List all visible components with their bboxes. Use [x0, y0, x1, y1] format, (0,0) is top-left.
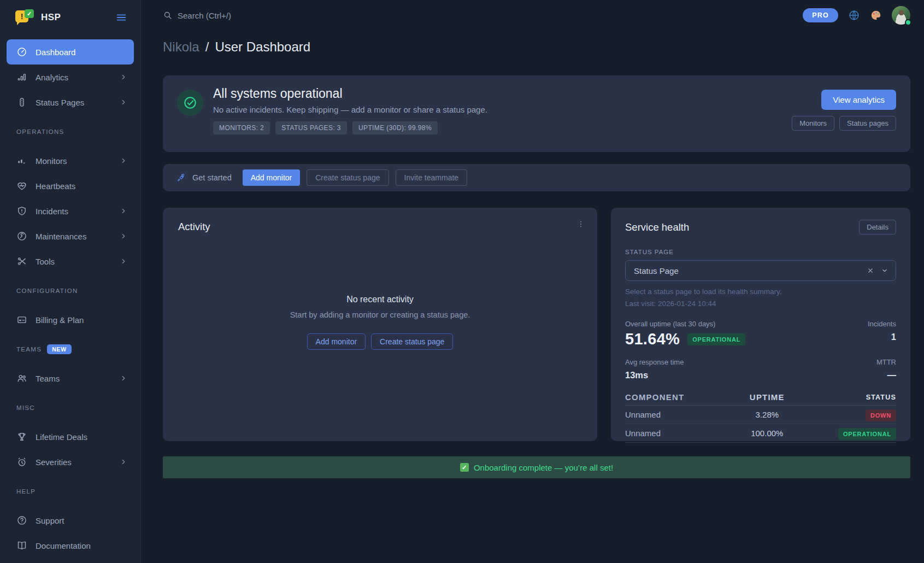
- empty-state-title: No recent activity: [346, 295, 414, 304]
- onboarding-banner-text: Onboarding complete — you’re all set!: [474, 463, 613, 472]
- sidebar-section-configuration: CONFIGURATION: [16, 285, 134, 296]
- avg-response-stat: Avg response time 13ms: [625, 358, 684, 380]
- onboarding-complete-banner: ✓ Onboarding complete — you’re all set!: [163, 456, 910, 478]
- sidebar-item-label: Billing & Plan: [36, 315, 127, 325]
- users-icon: [16, 373, 27, 384]
- sidebar-item-status-pages[interactable]: Status Pages: [7, 90, 134, 115]
- details-button[interactable]: Details: [859, 220, 896, 234]
- sidebar-item-label: Incidents: [36, 207, 111, 216]
- add-monitor-button[interactable]: Add monitor: [243, 169, 300, 186]
- book-icon: [16, 540, 27, 551]
- sidebar-item-label: Dashboard: [36, 48, 127, 57]
- get-started-bar: Get started Add monitor Create status pa…: [163, 164, 910, 191]
- column-header-uptime: UPTIME: [724, 392, 810, 402]
- column-header-component: COMPONENT: [625, 392, 724, 402]
- sidebar-item-label: Lifetime Deals: [36, 432, 127, 442]
- chevron-down-icon[interactable]: [881, 267, 888, 274]
- response-stats-row: Avg response time 13ms MTTR —: [625, 358, 896, 380]
- empty-state-subtitle: Start by adding a monitor or creating a …: [290, 310, 470, 319]
- overall-uptime-value: 51.64%: [625, 330, 680, 348]
- hero-secondary-actions: Monitors Status pages: [792, 116, 896, 131]
- invite-teammate-button[interactable]: Invite teammate: [396, 169, 468, 186]
- sidebar-section-operations: OPERATIONS: [16, 126, 134, 137]
- chevron-right-icon: [120, 374, 127, 382]
- sidebar-item-incidents[interactable]: Incidents: [7, 198, 134, 224]
- components-table: COMPONENT UPTIME STATUS Unnamed 3.28% DO…: [625, 389, 896, 443]
- page-title: User Dashboard: [215, 39, 310, 55]
- sidebar-item-documentation[interactable]: Documentation: [7, 533, 134, 558]
- hamburger-menu-icon[interactable]: [115, 11, 127, 24]
- sidebar-nav: Dashboard Analytics Status Pages OPERATI…: [0, 35, 140, 563]
- status-page-select-label: STATUS PAGE: [625, 249, 896, 255]
- service-health-header: Service health Details: [625, 220, 896, 234]
- table-row: Unnamed 3.28% DOWN: [625, 406, 896, 424]
- sidebar-item-teams[interactable]: Teams: [7, 366, 134, 391]
- search-input[interactable]: Search (Ctrl+/): [163, 10, 231, 20]
- check-icon: ✓: [460, 463, 469, 472]
- sidebar-item-label: Documentation: [36, 541, 127, 550]
- monitors-button[interactable]: Monitors: [792, 116, 834, 131]
- component-uptime: 100.00%: [724, 429, 810, 438]
- chevron-right-icon: [120, 232, 127, 240]
- traffic-light-icon: [16, 97, 27, 108]
- breadcrumb-separator: /: [205, 39, 209, 55]
- search-icon: [163, 10, 173, 20]
- globe-language-icon[interactable]: [848, 9, 860, 21]
- sidebar-header: ! ✓ HSP: [0, 0, 140, 35]
- chevron-right-icon: [120, 257, 127, 265]
- avg-response-label: Avg response time: [625, 358, 684, 366]
- clear-x-icon[interactable]: [867, 267, 874, 274]
- sidebar-item-support[interactable]: Support: [7, 508, 134, 533]
- wrench-circle-icon: [16, 231, 27, 242]
- sidebar-item-label: Status Pages: [36, 98, 111, 107]
- operational-status-badge: OPERATIONAL: [838, 428, 896, 440]
- pro-plan-badge[interactable]: PRO: [803, 8, 838, 22]
- sidebar-item-label: Maintenances: [36, 232, 111, 241]
- column-header-status: STATUS: [810, 394, 896, 401]
- sidebar-item-billing-plan[interactable]: Billing & Plan: [7, 307, 134, 332]
- get-started-label: Get started: [192, 173, 232, 182]
- sidebar-item-tools[interactable]: Tools: [7, 249, 134, 274]
- service-health-card: Service health Details STATUS PAGE Statu…: [611, 208, 910, 441]
- chevron-right-icon: [120, 157, 127, 165]
- hsp-logo[interactable]: ! ✓: [15, 9, 34, 26]
- sidebar-item-label: Heartbeats: [36, 181, 127, 191]
- add-monitor-button[interactable]: Add monitor: [307, 333, 366, 350]
- system-status-hero-card: All systems operational No active incide…: [163, 75, 910, 152]
- cards-grid: Activity No recent activity Start by add…: [163, 208, 910, 441]
- create-status-page-button[interactable]: Create status page: [307, 169, 389, 186]
- user-avatar[interactable]: [892, 6, 910, 25]
- incidents-label: Incidents: [868, 320, 896, 328]
- scissors-tools-icon: [16, 256, 27, 267]
- monitors-count-badge: MONITORS: 2: [213, 121, 270, 134]
- sidebar-item-dashboard[interactable]: Dashboard: [7, 39, 134, 64]
- credit-card-icon: [16, 314, 27, 325]
- component-name: Unnamed: [625, 410, 724, 419]
- sidebar-item-heartbeats[interactable]: Heartbeats: [7, 173, 134, 198]
- sidebar-item-maintenances[interactable]: Maintenances: [7, 224, 134, 249]
- brand-name: HSP: [41, 12, 108, 23]
- create-status-page-button[interactable]: Create status page: [371, 333, 453, 350]
- sidebar-item-lifetime-deals[interactable]: Lifetime Deals: [7, 424, 134, 449]
- sidebar-item-label: Teams: [36, 374, 111, 383]
- heart-pulse-icon: [16, 180, 27, 191]
- breadcrumb-parent[interactable]: Nikola: [163, 39, 199, 55]
- overall-uptime-label: Overall uptime (last 30 days): [625, 320, 745, 328]
- hero-subtitle: No active incidents. Keep shipping — add…: [213, 105, 487, 114]
- activity-empty-state: No recent activity Start by adding a mon…: [178, 216, 582, 428]
- hero-body: All systems operational No active incide…: [213, 75, 487, 152]
- sidebar-item-monitors[interactable]: Monitors: [7, 148, 134, 173]
- kebab-menu-icon[interactable]: [576, 220, 585, 228]
- hero-title: All systems operational: [213, 86, 487, 101]
- sidebar-item-analytics[interactable]: Analytics: [7, 64, 134, 90]
- component-name: Unnamed: [625, 429, 724, 438]
- view-analytics-button[interactable]: View analytics: [821, 90, 896, 110]
- logo-check-icon: ✓: [25, 9, 34, 18]
- sidebar-item-severities[interactable]: Severities: [7, 449, 134, 474]
- theme-palette-icon[interactable]: [870, 9, 882, 21]
- status-pages-button[interactable]: Status pages: [839, 116, 896, 131]
- component-uptime: 3.28%: [724, 410, 810, 419]
- mttr-label: MTTR: [876, 358, 896, 366]
- sidebar-section-teams: TEAMS NEW: [16, 343, 134, 355]
- status-page-select[interactable]: Status Page: [625, 260, 896, 281]
